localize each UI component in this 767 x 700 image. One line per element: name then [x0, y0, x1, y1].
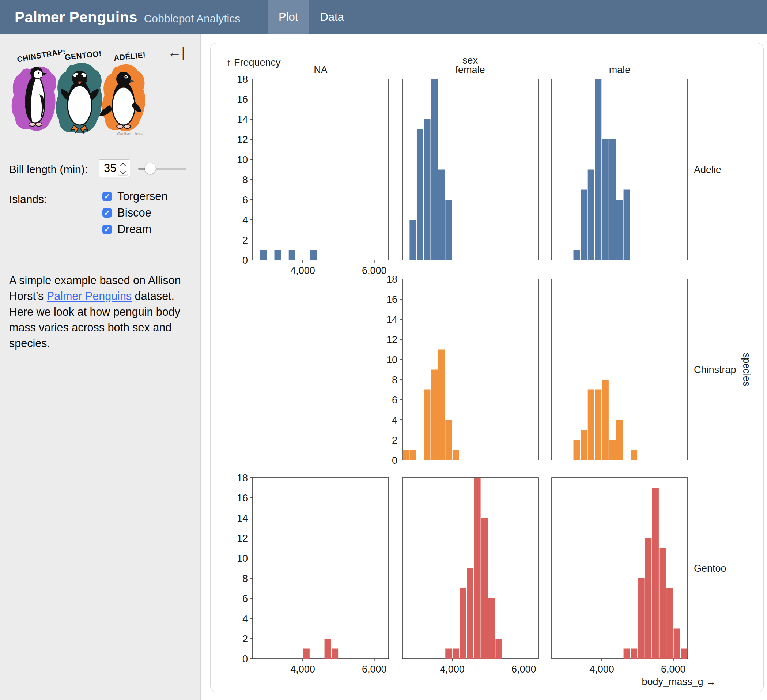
sidebar-description: A simple example based on Allison Horst’…	[9, 273, 181, 351]
histogram-bar	[453, 450, 459, 461]
y-tick-label: 8	[392, 375, 398, 386]
stepper-up-icon[interactable]	[120, 163, 126, 169]
facet-column-header-na: NA	[313, 64, 328, 75]
facet-row-header-chinstrap: Chinstrap	[694, 364, 736, 375]
checkbox-checked-icon[interactable]: ✓	[102, 191, 112, 201]
histogram-bar	[489, 598, 495, 659]
histogram-bar	[602, 139, 609, 260]
checkbox-checked-icon[interactable]: ✓	[102, 208, 112, 218]
brand: Palmer Penguins Cobblepot Analytics	[0, 9, 240, 26]
y-tick-label: 6	[242, 195, 248, 206]
histogram-bar	[460, 588, 466, 659]
histogram-bar	[453, 649, 459, 659]
histogram-bar	[260, 250, 267, 260]
y-tick-label: 8	[242, 174, 248, 185]
y-tick-label: 10	[387, 354, 398, 365]
histogram-bar	[588, 170, 594, 260]
y-tick-label: 2	[242, 633, 248, 644]
histogram-bar	[332, 649, 338, 659]
y-tick-label: 8	[242, 573, 248, 584]
histogram-bar	[674, 629, 680, 659]
x-axis-title: body_mass_g →	[641, 676, 716, 687]
app-title: Palmer Penguins	[14, 9, 137, 26]
y-tick-label: 0	[392, 455, 398, 466]
tab-data[interactable]: Data	[309, 0, 355, 34]
bill-length-label: Bill length (min):	[9, 163, 88, 175]
checkbox-checked-icon[interactable]: ✓	[102, 225, 112, 234]
histogram-bar	[495, 639, 502, 659]
facet-column-header-female: female	[455, 64, 485, 75]
histogram-bar	[631, 649, 637, 659]
histogram-bar	[303, 649, 310, 659]
svg-text:ADÉLIE!: ADÉLIE!	[113, 51, 146, 62]
y-tick-label: 10	[237, 154, 248, 165]
facet-frame-gentoo-na	[253, 478, 388, 659]
histogram-bar	[616, 420, 623, 460]
y-tick-label: 12	[237, 533, 248, 544]
histogram-bar	[431, 79, 438, 260]
islands-label: Islands:	[9, 193, 47, 206]
palmer-penguins-link[interactable]: Palmer Penguins	[47, 290, 132, 302]
island-checkbox-dream[interactable]: ✓Dream	[102, 221, 168, 238]
histogram-bar	[595, 79, 602, 260]
y-tick-label: 12	[237, 134, 248, 145]
x-tick-label: 4,000	[440, 664, 465, 675]
y-tick-label: 14	[237, 513, 248, 524]
histogram-bar	[445, 649, 452, 659]
histogram-bar	[403, 450, 409, 461]
bill-length-input[interactable]: 35	[99, 159, 130, 177]
histogram-bar	[581, 190, 587, 260]
y-tick-label: 2	[242, 235, 248, 246]
number-stepper[interactable]	[118, 161, 128, 175]
histogram-bar	[424, 390, 431, 461]
histogram-bar	[445, 200, 452, 260]
svg-text:GENTOO!: GENTOO!	[64, 51, 102, 61]
histogram-bar	[574, 440, 580, 460]
histogram-bar	[467, 568, 473, 659]
x-tick-label: 6,000	[362, 265, 387, 276]
app-header: Palmer Penguins Cobblepot Analytics Plot…	[0, 0, 767, 34]
island-checkbox-torgersen[interactable]: ✓Torgersen	[102, 188, 168, 204]
y-tick-label: 6	[242, 593, 248, 604]
x-tick-label: 4,000	[290, 664, 315, 675]
histogram-bar	[325, 639, 331, 659]
y-tick-label: 18	[387, 274, 398, 285]
histogram-bar	[624, 649, 630, 659]
bill-length-slider[interactable]	[138, 163, 186, 174]
y-tick-label: 10	[237, 553, 248, 564]
island-checkbox-label: Dream	[117, 223, 151, 236]
bill-length-value: 35	[99, 162, 116, 175]
histogram-bar	[409, 220, 416, 260]
plot-card: ↑ FrequencysexNAfemalemaleAdelieChinstra…	[210, 43, 764, 692]
stepper-down-icon[interactable]	[120, 168, 126, 174]
y-tick-label: 16	[387, 294, 398, 305]
adelie-penguin-illustration: ADÉLIE! @allison_horst	[99, 51, 146, 136]
histogram-bar	[424, 119, 431, 260]
y-tick-label: 4	[242, 613, 248, 624]
x-tick-label: 6,000	[362, 664, 387, 675]
histogram-bar	[659, 548, 666, 659]
histogram-bar	[631, 450, 637, 461]
facet-row-header-gentoo: Gentoo	[694, 563, 726, 574]
histogram-bar	[609, 139, 616, 260]
histogram-bar	[310, 250, 317, 260]
histogram-bar	[289, 250, 295, 260]
app-subtitle: Cobblepot Analytics	[144, 13, 240, 25]
slider-thumb[interactable]	[145, 163, 156, 174]
y-tick-label: 16	[237, 94, 248, 105]
facet-row-axis-title: species	[741, 353, 752, 387]
histogram-bar	[409, 450, 416, 461]
histogram-bar	[417, 129, 423, 260]
histogram-bar	[438, 350, 445, 461]
tab-plot[interactable]: Plot	[267, 0, 309, 34]
histogram-bar	[445, 420, 452, 460]
x-tick-label: 6,000	[661, 664, 686, 675]
y-tick-label: 4	[392, 415, 398, 426]
sidebar-collapse-icon[interactable]: ←|	[167, 45, 185, 59]
histogram-bar	[681, 649, 687, 659]
histogram-bar	[638, 578, 644, 659]
island-checkbox-biscoe[interactable]: ✓Biscoe	[102, 204, 168, 221]
facet-frame-adelie-na	[253, 79, 388, 260]
y-tick-label: 16	[237, 493, 248, 504]
histogram-bar	[581, 430, 587, 461]
